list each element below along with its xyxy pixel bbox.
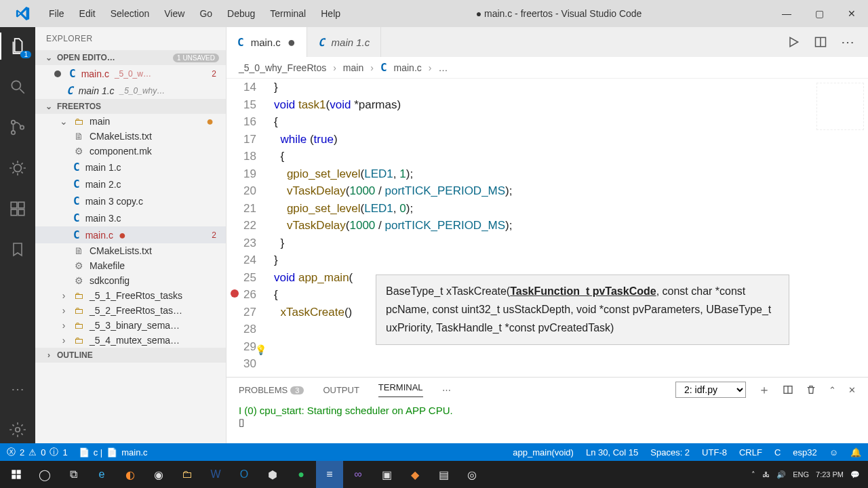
status-encoding[interactable]: UTF-8: [702, 447, 727, 458]
status-function[interactable]: app_main(void): [513, 447, 574, 458]
vs-taskbar-icon[interactable]: ∞: [344, 461, 372, 488]
settings-icon[interactable]: [0, 416, 35, 443]
tray-language[interactable]: ENG: [793, 470, 809, 479]
tray-notifications-icon[interactable]: 💬: [850, 470, 860, 479]
file-item[interactable]: ⚙sdkconfig: [35, 273, 226, 288]
tray-time[interactable]: 7:23 PM: [816, 470, 844, 479]
menu-terminal[interactable]: Terminal: [263, 5, 313, 22]
outlook-icon[interactable]: O: [231, 461, 258, 488]
search-icon[interactable]: [0, 73, 35, 100]
terminal-body[interactable]: I (0) cpu_start: Starting scheduler on A…: [226, 402, 868, 443]
menu-help[interactable]: Help: [314, 5, 347, 22]
minimap[interactable]: [816, 83, 864, 130]
status-target[interactable]: esp32: [793, 447, 816, 458]
project-section[interactable]: ⌄ FREERTOS: [35, 99, 226, 114]
open-editor-item[interactable]: C main.c _5_0_w… 2: [35, 65, 226, 82]
file-item[interactable]: 🗎CMakeLists.txt: [35, 129, 226, 144]
folder-item[interactable]: ›🗀_5_3_binary_sema…: [35, 318, 226, 333]
split-terminal-icon[interactable]: [783, 384, 793, 395]
menu-view[interactable]: View: [157, 5, 191, 22]
panel-more-icon[interactable]: ⋯: [442, 385, 451, 395]
trash-icon[interactable]: [806, 384, 816, 395]
minimize-button[interactable]: ―: [770, 0, 803, 27]
crumb[interactable]: …: [438, 62, 448, 73]
chrome-icon[interactable]: ◉: [145, 461, 172, 488]
panel-tab-terminal[interactable]: TERMINAL: [378, 382, 423, 397]
breakpoint-icon[interactable]: [231, 289, 239, 298]
open-editors-section[interactable]: ⌄ OPEN EDITO… 1 UNSAVED: [35, 50, 226, 65]
file-item[interactable]: Cmain.c●2: [35, 226, 226, 243]
new-terminal-icon[interactable]: ＋: [758, 382, 770, 398]
word-icon[interactable]: W: [202, 461, 229, 488]
folder-item[interactable]: ›🗀_5_1_FreeRtos_tasks: [35, 288, 226, 303]
explorer-taskbar-icon[interactable]: 🗀: [174, 461, 201, 488]
close-panel-icon[interactable]: ✕: [848, 385, 856, 395]
bookmark-icon[interactable]: [0, 236, 35, 263]
terminal-dropdown[interactable]: 2: idf.py: [675, 382, 746, 398]
outline-section[interactable]: › OUTLINE: [35, 348, 226, 363]
evernote-icon[interactable]: ●: [288, 461, 315, 488]
file-item[interactable]: Cmain 1.c: [35, 159, 226, 176]
status-language[interactable]: C: [774, 447, 781, 458]
status-errors[interactable]: ⓧ 2 ⚠ 0 ⓘ 1: [7, 446, 68, 458]
start-button[interactable]: [3, 461, 30, 488]
more-icon[interactable]: ⋯: [841, 34, 854, 50]
open-editor-item[interactable]: C main 1.c _5_0_why…: [35, 82, 226, 99]
tray-volume-icon[interactable]: 🔊: [776, 470, 786, 479]
cortana-icon[interactable]: ◯: [31, 461, 58, 488]
status-spaces[interactable]: Spaces: 2: [650, 447, 690, 458]
status-scope[interactable]: 📄 c | 📄 main.c: [79, 447, 148, 458]
folder-item[interactable]: ›🗀_5_4_mutex_sema…: [35, 333, 226, 348]
system-tray[interactable]: ˄ 🖧 🔊 ENG 7:23 PM 💬: [751, 470, 865, 479]
app-icon[interactable]: ▤: [430, 461, 457, 488]
explorer-icon[interactable]: 1: [0, 33, 35, 60]
crumb[interactable]: _5_0_why_FreeRtos: [239, 62, 326, 73]
status-bell-icon[interactable]: 🔔: [850, 447, 861, 458]
close-button[interactable]: ✕: [835, 0, 868, 27]
folder-item[interactable]: ⌄ 🗀 main ●: [35, 114, 226, 129]
vscode-taskbar-icon[interactable]: ≡: [316, 461, 343, 488]
scm-icon[interactable]: [0, 114, 35, 141]
run-icon[interactable]: [787, 35, 800, 49]
menu-file[interactable]: File: [42, 5, 71, 22]
status-position[interactable]: Ln 30, Col 15: [586, 447, 638, 458]
firefox-icon[interactable]: ◐: [117, 461, 144, 488]
lightbulb-icon[interactable]: 💡: [255, 342, 267, 359]
terminal-taskbar-icon[interactable]: ▣: [373, 461, 400, 488]
menu-edit[interactable]: Edit: [73, 5, 102, 22]
chevron-up-icon[interactable]: ⌃: [829, 385, 836, 395]
obs-icon[interactable]: ◎: [458, 461, 486, 488]
tab-main-c[interactable]: C main.c ●: [226, 27, 307, 57]
breadcrumb[interactable]: _5_0_why_FreeRtos› main› C main.c› …: [226, 57, 868, 79]
debug-icon[interactable]: [0, 155, 35, 182]
file-item[interactable]: Cmain 3.c: [35, 209, 226, 226]
panel-tab-output[interactable]: OUTPUT: [323, 385, 359, 395]
file-item[interactable]: ⚙Makefile: [35, 258, 226, 273]
menu-debug[interactable]: Debug: [220, 5, 262, 22]
tab-main-1-c[interactable]: C main 1.c: [307, 27, 381, 57]
file-label: component.mk: [90, 146, 152, 157]
app-icon[interactable]: ⬢: [259, 461, 286, 488]
extensions-icon[interactable]: [0, 195, 35, 222]
code-editor[interactable]: 1415161718192021222324252627282930 }void…: [226, 79, 868, 377]
app-icon[interactable]: ◆: [401, 461, 429, 488]
taskview-icon[interactable]: ⧉: [60, 461, 87, 488]
folder-item[interactable]: ›🗀_5_2_FreeRtos_tas…: [35, 303, 226, 318]
tray-network-icon[interactable]: 🖧: [762, 470, 770, 479]
panel-tab-problems[interactable]: PROBLEMS3: [239, 385, 304, 395]
file-item[interactable]: ⚙component.mk: [35, 144, 226, 159]
tray-chevron-icon[interactable]: ˄: [751, 470, 755, 479]
menu-selection[interactable]: Selection: [104, 5, 157, 22]
maximize-button[interactable]: ▢: [803, 0, 835, 27]
edge-icon[interactable]: e: [88, 461, 115, 488]
file-item[interactable]: Cmain 2.c: [35, 176, 226, 192]
menu-go[interactable]: Go: [193, 5, 219, 22]
file-item[interactable]: 🗎CMakeLists.txt: [35, 243, 226, 258]
status-feedback-icon[interactable]: ☺: [829, 447, 838, 458]
status-eol[interactable]: CRLF: [739, 447, 762, 458]
crumb[interactable]: main.c: [394, 62, 422, 73]
split-editor-icon[interactable]: [814, 35, 827, 49]
crumb[interactable]: main: [343, 62, 363, 73]
file-item[interactable]: Cmain 3 copy.c: [35, 192, 226, 209]
more-icon[interactable]: ⋯: [0, 375, 35, 403]
